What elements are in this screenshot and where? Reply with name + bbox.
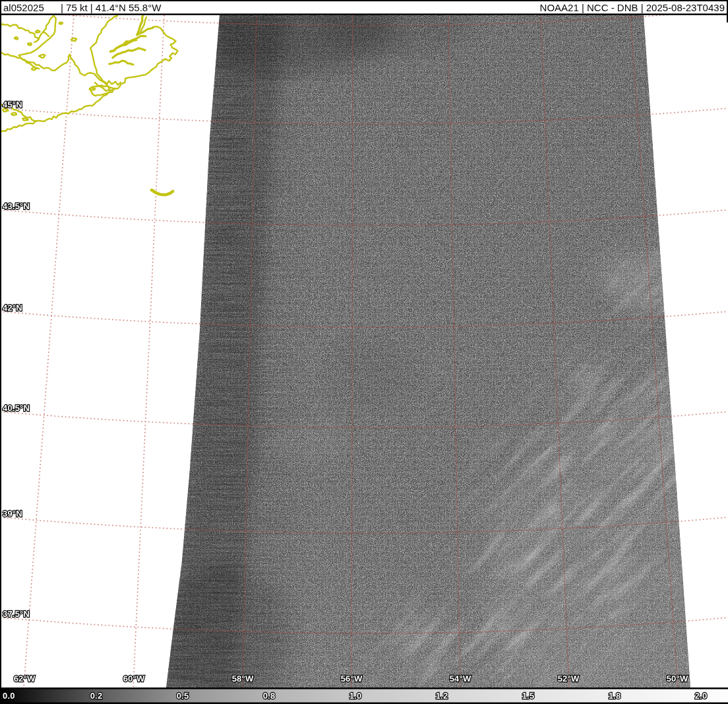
svg-text:42°N: 42°N (3, 303, 22, 313)
svg-text:45°N: 45°N (3, 100, 22, 110)
svg-text:50°W: 50°W (667, 674, 688, 684)
svg-text:1.8: 1.8 (609, 691, 621, 701)
svg-text:58°W: 58°W (232, 674, 254, 684)
svg-text:40.5°N: 40.5°N (3, 403, 30, 413)
svg-text:0.2: 0.2 (90, 691, 103, 701)
svg-text:1.0: 1.0 (349, 691, 362, 701)
svg-text:62°W: 62°W (14, 674, 36, 684)
svg-text:43.5°N: 43.5°N (3, 201, 30, 211)
svg-text:54°W: 54°W (450, 674, 471, 684)
svg-text:1.5: 1.5 (522, 691, 535, 701)
svg-text:39°N: 39°N (3, 509, 22, 519)
svg-text:NOAA21 | NCC - DNB | 2025-08-2: NOAA21 | NCC - DNB | 2025-08-23T0439 (540, 2, 725, 13)
svg-text:37.5°N: 37.5°N (3, 609, 30, 619)
svg-text:al052025: al052025 (3, 2, 44, 13)
svg-text:0.0: 0.0 (3, 691, 15, 701)
svg-text:0.8: 0.8 (263, 691, 276, 701)
svg-text:1.2: 1.2 (436, 691, 448, 701)
svg-text:60°W: 60°W (123, 674, 145, 684)
svg-text:2.0: 2.0 (695, 691, 708, 701)
svg-text:52°W: 52°W (558, 674, 580, 684)
svg-text:0.5: 0.5 (177, 691, 189, 701)
svg-text:56°W: 56°W (341, 674, 363, 684)
svg-text:| 75 kt | 41.4°N 55.8°W: | 75 kt | 41.4°N 55.8°W (61, 2, 162, 13)
